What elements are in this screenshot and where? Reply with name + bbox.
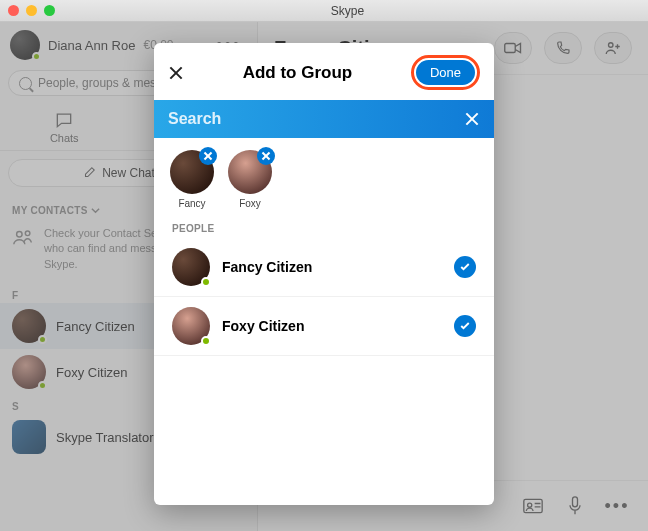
selected-chip: Fancy (170, 150, 214, 209)
selected-check-icon[interactable] (454, 315, 476, 337)
traffic-lights (8, 5, 55, 16)
window-titlebar: Skype (0, 0, 648, 22)
chip-avatar (228, 150, 272, 194)
people-header: PEOPLE (154, 215, 494, 238)
add-to-group-modal: Add to Group Done Fancy Foxy PEOPLE Fanc… (154, 43, 494, 505)
window-close-button[interactable] (8, 5, 19, 16)
modal-search-input[interactable] (168, 110, 464, 128)
presence-indicator (201, 336, 211, 346)
window-minimize-button[interactable] (26, 5, 37, 16)
remove-chip-button[interactable] (257, 147, 275, 165)
selected-check-icon[interactable] (454, 256, 476, 278)
person-row[interactable]: Fancy Citizen (154, 238, 494, 297)
people-list: Fancy Citizen Foxy Citizen (154, 238, 494, 356)
remove-chip-button[interactable] (199, 147, 217, 165)
person-name: Foxy Citizen (222, 318, 442, 334)
chip-label: Foxy (239, 198, 261, 209)
window-title: Skype (55, 4, 640, 18)
selected-chips: Fancy Foxy (154, 138, 494, 215)
avatar (172, 248, 210, 286)
done-highlight: Done (411, 55, 480, 90)
chip-label: Fancy (178, 198, 205, 209)
done-button[interactable]: Done (416, 60, 475, 85)
clear-search-button[interactable] (464, 111, 480, 127)
person-row[interactable]: Foxy Citizen (154, 297, 494, 356)
person-name: Fancy Citizen (222, 259, 442, 275)
modal-title: Add to Group (184, 63, 411, 83)
close-button[interactable] (168, 65, 184, 81)
window-maximize-button[interactable] (44, 5, 55, 16)
presence-indicator (201, 277, 211, 287)
selected-chip: Foxy (228, 150, 272, 209)
chip-avatar (170, 150, 214, 194)
modal-header: Add to Group Done (154, 43, 494, 100)
avatar (172, 307, 210, 345)
modal-search-bar[interactable] (154, 100, 494, 138)
